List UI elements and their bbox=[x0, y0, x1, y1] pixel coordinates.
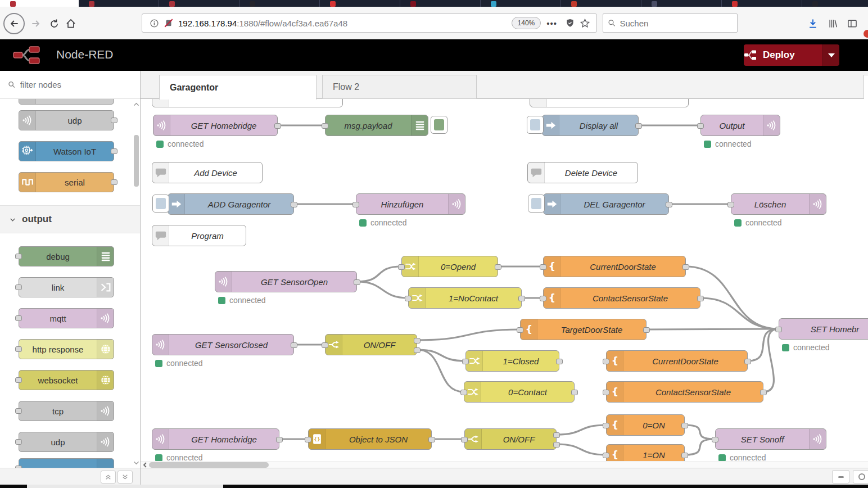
browser-tab[interactable] bbox=[159, 0, 239, 7]
node-port-out[interactable] bbox=[291, 202, 297, 207]
node-port-out[interactable] bbox=[553, 432, 560, 438]
node-port-out[interactable] bbox=[556, 359, 563, 364]
inject-node[interactable]: Display all bbox=[542, 115, 639, 136]
node-port-out[interactable] bbox=[111, 148, 117, 154]
node-port-out[interactable] bbox=[495, 264, 501, 270]
comment-node[interactable]: Delete Device bbox=[527, 162, 638, 183]
node-port-in[interactable] bbox=[352, 202, 359, 207]
node-port-out[interactable] bbox=[518, 296, 525, 301]
browser-tab[interactable] bbox=[641, 0, 722, 7]
comment-node[interactable]: Program bbox=[152, 225, 246, 246]
palette-node-partial-top[interactable] bbox=[19, 99, 114, 105]
node-port-in[interactable] bbox=[15, 408, 22, 414]
comment-node-partial[interactable] bbox=[152, 99, 343, 107]
url-bar[interactable]: 192.168.178.94:1880/#flow/a4cf3a4.ea67a4… bbox=[142, 13, 597, 33]
flow-tab-garagentor[interactable]: Garagentor bbox=[159, 75, 317, 100]
inject-node[interactable]: DEL Garagentor bbox=[543, 193, 669, 215]
mqtt-out-node[interactable]: Löschen bbox=[731, 193, 826, 215]
browser-tab[interactable] bbox=[320, 0, 400, 7]
node-port-out[interactable] bbox=[681, 423, 688, 428]
node-port-out[interactable] bbox=[274, 123, 281, 129]
palette-node-link[interactable]: link bbox=[19, 277, 114, 297]
node-port-in[interactable] bbox=[540, 296, 546, 301]
change-node[interactable]: 1=NoContact bbox=[408, 287, 522, 309]
node-port-out[interactable] bbox=[571, 390, 578, 395]
browser-tab-strip[interactable] bbox=[0, 0, 868, 7]
wire[interactable] bbox=[685, 439, 715, 455]
blocked-content-icon[interactable] bbox=[161, 16, 176, 30]
node-port-in[interactable] bbox=[460, 390, 467, 395]
flow-tab-flow2[interactable]: Flow 2 bbox=[322, 75, 477, 99]
node-port-in[interactable] bbox=[712, 437, 718, 442]
palette-scroll-down[interactable] bbox=[132, 459, 140, 467]
node-port-in[interactable] bbox=[603, 453, 609, 458]
browser-tab[interactable] bbox=[481, 0, 561, 7]
node-port-in[interactable] bbox=[15, 315, 22, 321]
node-port-out[interactable] bbox=[276, 437, 283, 442]
tracking-shield-icon[interactable] bbox=[563, 16, 577, 30]
palette-collapse-all-button[interactable] bbox=[101, 471, 116, 484]
inject-button[interactable] bbox=[527, 116, 544, 134]
browser-tab[interactable] bbox=[79, 0, 159, 7]
wire[interactable] bbox=[417, 350, 464, 392]
palette-node-http-response[interactable]: http response bbox=[19, 339, 114, 359]
template-node[interactable]: {CurrentDoorState bbox=[606, 350, 748, 372]
node-port-out[interactable] bbox=[760, 390, 767, 395]
change-node[interactable]: 1=Closed bbox=[465, 350, 559, 372]
home-button[interactable] bbox=[63, 16, 79, 31]
node-port-in[interactable] bbox=[398, 264, 405, 270]
mqtt-out-node[interactable]: Output bbox=[700, 115, 780, 136]
sidebar-toggle-button[interactable] bbox=[844, 16, 860, 31]
node-port-in[interactable] bbox=[305, 437, 311, 442]
node-port-out[interactable] bbox=[111, 118, 117, 123]
palette-node-mqtt-out[interactable]: mqtt bbox=[19, 308, 114, 328]
template-node[interactable]: {TargetDoorState bbox=[520, 319, 647, 340]
wire[interactable] bbox=[700, 298, 779, 329]
forward-button[interactable] bbox=[28, 16, 44, 31]
palette-filter[interactable] bbox=[0, 71, 140, 99]
change-node[interactable]: 0=Opend bbox=[401, 256, 498, 277]
scrollbar-thumb[interactable] bbox=[134, 135, 139, 187]
node-port-in[interactable] bbox=[405, 296, 412, 301]
node-port-in[interactable] bbox=[15, 254, 22, 259]
browser-tab[interactable] bbox=[802, 0, 868, 7]
template-node[interactable]: {ContactSensorState bbox=[606, 381, 763, 403]
json-node[interactable]: {}Object to JSON bbox=[308, 428, 432, 450]
node-port-in[interactable] bbox=[540, 264, 546, 270]
switch-node[interactable]: ON/OFF bbox=[325, 334, 417, 355]
node-port-in[interactable] bbox=[603, 390, 609, 395]
node-port-in[interactable] bbox=[603, 359, 609, 364]
wire[interactable] bbox=[748, 329, 779, 361]
node-port-out[interactable] bbox=[635, 123, 642, 129]
palette-expand-all-button[interactable] bbox=[117, 471, 133, 484]
zoom-reset-button[interactable] bbox=[853, 470, 868, 484]
wire[interactable] bbox=[647, 329, 779, 329]
node-port-in[interactable] bbox=[15, 284, 22, 290]
wire[interactable] bbox=[357, 266, 401, 282]
node-port-in[interactable] bbox=[727, 202, 734, 207]
search-bar[interactable] bbox=[603, 13, 738, 33]
mqtt-out-node[interactable]: SET Sonoff bbox=[715, 428, 826, 450]
node-port-in[interactable] bbox=[603, 423, 609, 428]
node-port-in[interactable] bbox=[15, 346, 22, 352]
mqtt-out-node[interactable]: SET Homebr bbox=[779, 318, 868, 340]
palette-filter-input[interactable] bbox=[20, 80, 140, 89]
palette-node-websocket[interactable]: websocket bbox=[19, 370, 114, 390]
palette-node-tcp-out[interactable]: tcp bbox=[19, 401, 114, 421]
node-port-in[interactable] bbox=[322, 123, 328, 129]
node-port-in[interactable] bbox=[697, 123, 704, 129]
mqtt-out-node[interactable]: Hinzufügen bbox=[356, 193, 465, 215]
palette-node-partial-bottom[interactable] bbox=[19, 458, 114, 468]
mqtt-in-node[interactable]: GET Homebridge bbox=[153, 115, 278, 136]
search-input[interactable] bbox=[620, 19, 733, 28]
node-port-out[interactable] bbox=[428, 437, 435, 442]
switch-node[interactable]: ON/OFF bbox=[464, 428, 557, 450]
site-info-icon[interactable] bbox=[147, 16, 161, 30]
browser-tab[interactable] bbox=[561, 0, 641, 7]
palette-section-output[interactable]: output bbox=[0, 205, 140, 233]
node-port-out[interactable] bbox=[111, 179, 117, 185]
page-actions-icon[interactable]: ••• bbox=[546, 19, 557, 28]
comment-node[interactable]: Add Device bbox=[152, 162, 263, 183]
bookmark-star-icon[interactable] bbox=[577, 16, 592, 30]
library-button[interactable] bbox=[825, 16, 841, 31]
